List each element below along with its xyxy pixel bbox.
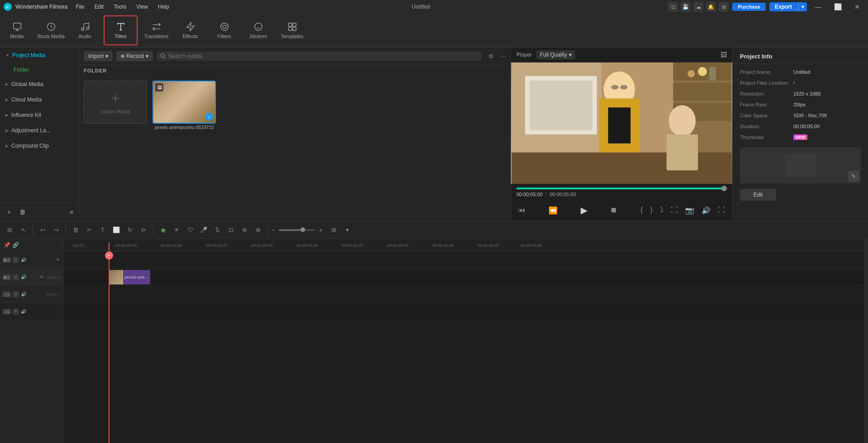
menu-view[interactable]: View: [132, 2, 153, 11]
zoom-slider[interactable]: [279, 229, 315, 231]
ai-button[interactable]: ⊛: [238, 224, 250, 236]
grid-toggle-button[interactable]: ⊞: [328, 224, 339, 236]
volume-button[interactable]: 🔊: [700, 204, 712, 217]
delete-button[interactable]: 🗑: [70, 224, 81, 236]
more-options-button[interactable]: ···: [501, 53, 506, 60]
toolbar-effects[interactable]: Effects: [173, 14, 207, 47]
toolbar-stickers[interactable]: Stickers: [241, 14, 275, 47]
restore-icon[interactable]: ⊡: [668, 2, 678, 12]
sidebar-item-adjustment-layer[interactable]: ▶ Adjustment La...: [0, 123, 79, 138]
rotate-button[interactable]: ↻: [124, 224, 136, 236]
sidebar-item-global-media[interactable]: ▶ Global Media: [0, 77, 79, 92]
cut-button[interactable]: ✂: [83, 224, 95, 236]
track-add-button[interactable]: +: [13, 257, 19, 263]
menu-edit[interactable]: Edit: [90, 2, 109, 11]
pin-icon[interactable]: 📌: [4, 242, 10, 248]
link-icon[interactable]: 🔗: [12, 242, 19, 248]
audio-button[interactable]: 🎤: [198, 224, 210, 236]
menu-tools[interactable]: Tools: [109, 2, 131, 11]
toolbar-stock[interactable]: Stock Media: [34, 14, 68, 47]
track-eye-button[interactable]: 👁: [56, 257, 60, 262]
timeline-select-button[interactable]: ↖: [17, 224, 29, 236]
snapshot-button[interactable]: 📷: [683, 204, 696, 217]
stabilize-button[interactable]: ⇅: [211, 224, 223, 236]
sidebar-item-influence-kit[interactable]: ▶ Influence Kit: [0, 107, 79, 123]
import-media-placeholder[interactable]: + Import Media: [84, 81, 147, 124]
toolbar-audio[interactable]: Audio: [68, 14, 102, 47]
insert-button[interactable]: ⤵: [658, 204, 665, 216]
sidebar-item-compound-clip[interactable]: ▶ Compound Clip: [0, 138, 79, 154]
zoom-thumb[interactable]: [300, 227, 305, 232]
track-add-button2[interactable]: +: [13, 308, 19, 315]
speed-button[interactable]: ⊳: [138, 224, 149, 236]
more-player-button[interactable]: ⛶: [716, 204, 727, 216]
sidebar-item-project-media[interactable]: ▼ Project Media: [0, 48, 79, 63]
zoom-plus-button[interactable]: +: [319, 226, 322, 234]
progress-thumb[interactable]: [721, 186, 727, 191]
progress-bar[interactable]: [516, 188, 727, 189]
brightness-button[interactable]: ☀: [171, 224, 182, 236]
step-back-button[interactable]: ⏪: [547, 204, 559, 217]
menu-help[interactable]: Help: [153, 2, 174, 11]
export-button[interactable]: Export: [769, 2, 797, 11]
zoom-minus-button[interactable]: −: [272, 226, 275, 234]
maximize-button[interactable]: ⬜: [830, 3, 846, 10]
thumbnail-edit-icon[interactable]: ✎: [848, 171, 859, 182]
menu-file[interactable]: File: [71, 2, 89, 11]
more-timeline-options-button[interactable]: ▾: [341, 224, 353, 236]
grid-icon[interactable]: ⊞: [719, 2, 729, 12]
scene-detect-button[interactable]: ⊡: [225, 224, 237, 236]
play-button[interactable]: ▶: [579, 203, 589, 217]
minimize-button[interactable]: —: [811, 3, 826, 10]
undo-button[interactable]: ↩: [37, 224, 48, 236]
fullscreen-button[interactable]: ⛶: [669, 204, 680, 216]
delogo-button[interactable]: ⊗: [252, 224, 264, 236]
track-mute2-button[interactable]: 🔊: [21, 309, 26, 314]
collapse-panel-button[interactable]: ◀: [66, 207, 75, 217]
toolbar-titles[interactable]: Titles: [104, 15, 138, 45]
redo-button[interactable]: ↪: [50, 224, 62, 236]
export-dropdown-icon[interactable]: ▾: [798, 2, 807, 11]
import-dropdown-icon[interactable]: ▾: [105, 53, 108, 59]
import-button[interactable]: Import ▾: [84, 51, 113, 61]
sidebar-item-folder[interactable]: Folder: [0, 63, 79, 77]
text-button[interactable]: T: [97, 224, 109, 236]
notification-icon[interactable]: 🔔: [706, 2, 716, 12]
track-audio-button[interactable]: 🔊: [21, 257, 26, 262]
record-dropdown-icon[interactable]: ▾: [146, 53, 148, 59]
delete-item-button[interactable]: 🗑: [17, 207, 28, 217]
timeline-scrollbar[interactable]: [864, 239, 868, 443]
in-point-button[interactable]: {: [639, 204, 644, 216]
toolbar-templates[interactable]: Templates: [275, 14, 309, 47]
timeline-layout-button[interactable]: ⊞: [4, 224, 15, 236]
toolbar-filters[interactable]: Filters: [207, 14, 241, 47]
track-audio-button[interactable]: 🔊: [21, 274, 26, 279]
color-button[interactable]: ◉: [157, 224, 169, 236]
track-mute-button[interactable]: 🔊: [21, 292, 26, 297]
skip-back-button[interactable]: ⏮: [516, 204, 527, 216]
track-add-button[interactable]: +: [13, 274, 19, 280]
mask-button[interactable]: 🛡: [184, 224, 196, 236]
save-icon[interactable]: 💾: [681, 2, 691, 12]
cloud-icon[interactable]: ☁: [693, 2, 703, 12]
track-add-button[interactable]: +: [13, 291, 19, 298]
sidebar-item-cloud-media[interactable]: ▶ Cloud Media: [0, 92, 79, 107]
track-eye-button[interactable]: 👁: [39, 274, 44, 279]
folder-label: FOLDER: [79, 65, 510, 76]
stop-button[interactable]: ⏹: [608, 204, 619, 216]
toolbar-transitions[interactable]: Transitions: [139, 14, 173, 47]
quality-select[interactable]: Full Quality ▾: [536, 50, 575, 59]
player-fullscreen-button[interactable]: 🖼: [720, 51, 727, 58]
filter-button[interactable]: ⚙: [485, 50, 497, 62]
add-folder-button[interactable]: +: [4, 207, 14, 217]
close-button[interactable]: ✕: [850, 3, 864, 10]
out-point-button[interactable]: }: [649, 204, 654, 216]
record-button[interactable]: Record ▾: [116, 51, 153, 61]
search-input[interactable]: [168, 53, 478, 59]
purchase-button[interactable]: Purchase: [732, 3, 766, 11]
crop-button[interactable]: ⬜: [110, 224, 122, 236]
toolbar-media[interactable]: Media: [0, 14, 34, 47]
edit-button[interactable]: Edit: [740, 189, 776, 201]
video-clip[interactable]: pexels-arte...: [109, 270, 150, 284]
media-thumbnail[interactable]: 🖼 ✓: [153, 81, 216, 124]
